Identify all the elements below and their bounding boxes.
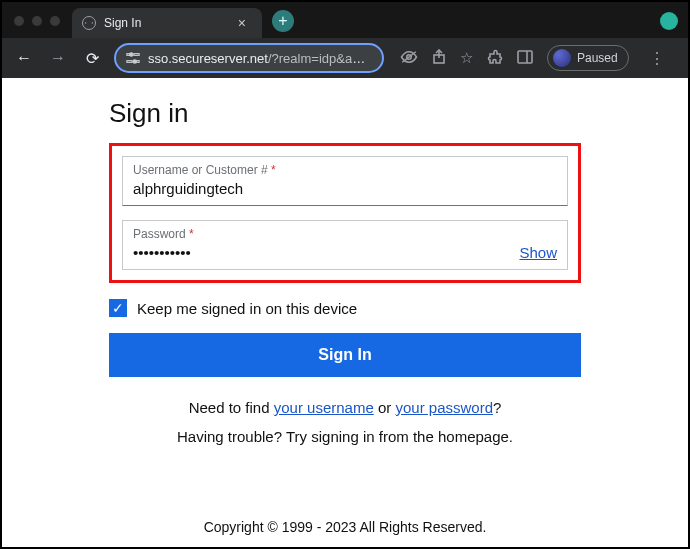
profile-indicator-icon[interactable]	[660, 12, 678, 30]
url-text: sso.secureserver.net/?realm=idp&app…	[148, 51, 372, 66]
new-tab-button[interactable]: +	[272, 10, 294, 32]
avatar-icon	[553, 49, 571, 67]
browser-chrome: Sign In × + ← → ⟳ sso.secureserver.net/?…	[2, 2, 688, 78]
page-body: Sign in Username or Customer # * Passwor…	[2, 78, 688, 547]
minimize-window-icon[interactable]	[32, 16, 42, 26]
extensions-icon[interactable]	[487, 49, 503, 68]
toolbar: ← → ⟳ sso.secureserver.net/?realm=idp&ap…	[2, 38, 688, 78]
close-tab-icon[interactable]: ×	[232, 15, 252, 31]
profile-paused-pill[interactable]: Paused	[547, 45, 629, 71]
remember-label: Keep me signed in on this device	[137, 300, 357, 317]
page-title: Sign in	[109, 98, 581, 129]
site-settings-icon[interactable]	[126, 51, 140, 65]
paused-label: Paused	[577, 51, 618, 65]
browser-tab[interactable]: Sign In ×	[72, 8, 262, 38]
find-hint: Need to find your username or your passw…	[109, 399, 581, 416]
toolbar-actions: ☆ Paused ⋮	[400, 45, 665, 71]
reload-button[interactable]: ⟳	[80, 46, 104, 70]
side-panel-icon[interactable]	[517, 50, 533, 67]
find-password-link[interactable]: your password	[395, 399, 493, 416]
password-input[interactable]	[133, 244, 519, 261]
menu-icon[interactable]: ⋮	[649, 49, 665, 68]
tab-bar: Sign In × +	[2, 2, 688, 38]
find-username-link[interactable]: your username	[274, 399, 374, 416]
tab-title: Sign In	[104, 16, 141, 30]
share-icon[interactable]	[432, 49, 446, 68]
maximize-window-icon[interactable]	[50, 16, 60, 26]
username-input[interactable]	[133, 180, 557, 197]
incognito-eye-icon[interactable]	[400, 50, 418, 67]
svg-point-5	[133, 60, 137, 64]
signin-form: Sign in Username or Customer # * Passwor…	[109, 98, 581, 535]
username-label: Username or Customer # *	[133, 163, 557, 177]
globe-icon	[82, 16, 96, 30]
trouble-hint: Having trouble? Try signing in from the …	[109, 428, 581, 445]
window-controls	[14, 16, 60, 26]
svg-point-4	[130, 53, 134, 57]
back-button[interactable]: ←	[12, 46, 36, 70]
svg-rect-1	[134, 54, 139, 56]
password-label: Password *	[133, 227, 557, 241]
svg-rect-2	[127, 61, 132, 63]
show-password-link[interactable]: Show	[519, 244, 557, 261]
address-bar[interactable]: sso.secureserver.net/?realm=idp&app…	[114, 43, 384, 73]
sign-in-button[interactable]: Sign In	[109, 333, 581, 377]
credentials-highlight: Username or Customer # * Password * Show	[109, 143, 581, 283]
remember-checkbox[interactable]: ✓	[109, 299, 127, 317]
remember-me-row[interactable]: ✓ Keep me signed in on this device	[109, 299, 581, 317]
username-field[interactable]: Username or Customer # *	[122, 156, 568, 206]
forward-button[interactable]: →	[46, 46, 70, 70]
bookmark-star-icon[interactable]: ☆	[460, 49, 473, 67]
svg-rect-9	[518, 51, 532, 63]
close-window-icon[interactable]	[14, 16, 24, 26]
password-field[interactable]: Password * Show	[122, 220, 568, 270]
copyright: Copyright © 1999 - 2023 All Rights Reser…	[109, 519, 581, 535]
